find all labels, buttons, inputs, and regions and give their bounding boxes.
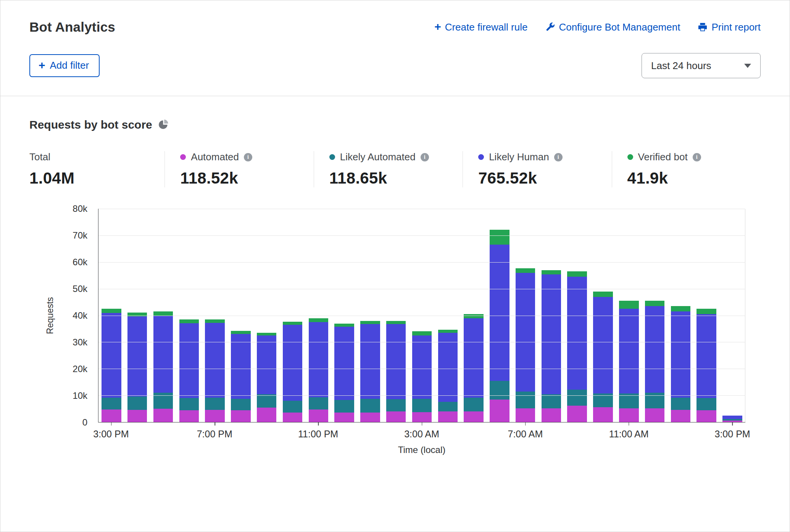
bar[interactable]: [309, 318, 329, 422]
bar-segment-verified-bot: [231, 331, 251, 334]
bar[interactable]: [696, 309, 716, 422]
bar[interactable]: [516, 268, 535, 422]
bar-segment-automated: [179, 410, 199, 422]
bar[interactable]: [412, 331, 432, 422]
bar-segment-likely-human: [283, 325, 303, 401]
bar[interactable]: [645, 301, 665, 422]
bar[interactable]: [334, 323, 354, 422]
bar-segment-likely-human: [593, 297, 613, 394]
configure-bot-management-link[interactable]: Configure Bot Management: [545, 21, 680, 33]
bar-segment-verified-bot: [334, 324, 354, 327]
bar-segment-likely-automated: [542, 394, 561, 408]
bar-segment-likely-human: [542, 274, 561, 394]
info-icon[interactable]: [554, 153, 563, 161]
time-range-select[interactable]: Last 24 hours: [642, 53, 761, 78]
bar[interactable]: [542, 270, 561, 422]
create-firewall-rule-label: Create firewall rule: [445, 21, 528, 33]
bar-segment-likely-automated: [257, 394, 277, 408]
info-icon[interactable]: [421, 153, 429, 161]
wrench-icon: [545, 22, 555, 32]
bar-segment-automated: [671, 410, 691, 422]
bar-segment-automated: [102, 409, 121, 422]
stat-likely-automated-label: Likely Automated: [340, 151, 416, 163]
main-content: Requests by bot score Total 1.04M Automa…: [0, 118, 790, 422]
bar-segment-automated: [619, 408, 639, 422]
bar[interactable]: [205, 319, 225, 422]
x-tick-label: 7:00 PM: [197, 429, 232, 440]
bar-segment-automated: [696, 410, 716, 422]
bar[interactable]: [360, 321, 380, 422]
y-ticks: 010k20k30k40k50k60k70k80k: [29, 209, 93, 422]
gridline: [98, 369, 745, 369]
plot-area: [98, 209, 745, 422]
bar[interactable]: [490, 230, 509, 422]
bar-segment-verified-bot: [671, 306, 691, 311]
gridline: [98, 316, 745, 316]
gridline: [98, 289, 745, 289]
bar-segment-automated: [438, 411, 458, 422]
bar-segment-likely-human: [671, 311, 691, 398]
create-firewall-rule-link[interactable]: + Create firewall rule: [434, 21, 527, 33]
time-range-value: Last 24 hours: [651, 60, 711, 72]
bar[interactable]: [283, 322, 303, 422]
y-tick-label: 70k: [73, 230, 87, 241]
bar-segment-likely-human: [645, 306, 665, 393]
bar[interactable]: [153, 311, 173, 422]
bar-segment-likely-human: [360, 324, 380, 399]
print-report-label: Print report: [711, 21, 761, 33]
bar-segment-automated: [153, 409, 173, 422]
info-icon[interactable]: [244, 153, 252, 161]
bar[interactable]: [438, 330, 458, 422]
x-tick-label: 3:00 PM: [715, 429, 750, 440]
bar-segment-verified-bot: [205, 319, 225, 323]
bar-segment-likely-automated: [283, 401, 303, 413]
x-axis-label: Time (local): [98, 445, 745, 455]
bar-segment-likely-automated: [696, 398, 716, 410]
stat-automated: Automated 118.52k: [164, 151, 313, 187]
y-tick-label: 50k: [73, 284, 87, 294]
stats-row: Total 1.04M Automated 118.52k Likely Aut…: [29, 151, 761, 187]
x-tick-label: 7:00 AM: [508, 429, 543, 440]
y-tick-label: 40k: [73, 310, 87, 321]
bar[interactable]: [619, 301, 639, 422]
bar[interactable]: [722, 416, 742, 422]
requests-by-bot-score-chart: Requests 010k20k30k40k50k60k70k80k 3:00 …: [29, 209, 761, 422]
bar-segment-automated: [567, 406, 587, 422]
bar[interactable]: [593, 292, 613, 422]
configure-bot-management-label: Configure Bot Management: [559, 21, 680, 33]
bar-segment-likely-human: [153, 316, 173, 393]
stat-likely-human-label: Likely Human: [489, 151, 549, 163]
stat-automated-label: Automated: [191, 151, 239, 163]
bar[interactable]: [386, 321, 406, 422]
bar[interactable]: [567, 271, 587, 422]
bar-segment-automated: [334, 413, 354, 422]
stat-dot: [329, 154, 335, 160]
bar-segment-likely-human: [257, 335, 277, 394]
add-filter-button[interactable]: + Add filter: [29, 54, 100, 77]
bar[interactable]: [127, 313, 147, 422]
bar-segment-likely-automated: [309, 397, 329, 409]
bar[interactable]: [179, 319, 199, 422]
bar-segment-likely-human: [722, 416, 742, 419]
bar-segment-likely-human: [102, 313, 121, 398]
bar[interactable]: [231, 331, 251, 422]
print-report-link[interactable]: Print report: [698, 21, 761, 33]
bar-segment-verified-bot: [542, 270, 561, 274]
bar-segment-verified-bot: [386, 321, 406, 324]
bar-segment-automated: [490, 400, 509, 422]
bar[interactable]: [102, 309, 121, 422]
bar[interactable]: [671, 306, 691, 422]
bar-segment-likely-human: [438, 333, 458, 402]
stat-dot: [627, 154, 633, 160]
bar-segment-verified-bot: [102, 309, 121, 313]
bot-analytics-page: Bot Analytics + Create firewall rule Con…: [0, 0, 790, 532]
section-title: Requests by bot score: [29, 118, 152, 131]
bar-segment-automated: [231, 410, 251, 422]
bar-segment-likely-human: [490, 245, 509, 381]
bar-segment-likely-automated: [386, 399, 406, 411]
bar[interactable]: [464, 314, 484, 422]
gridline: [98, 235, 745, 236]
bar-segment-likely-automated: [490, 381, 509, 400]
bar[interactable]: [257, 333, 277, 422]
info-icon[interactable]: [693, 153, 701, 161]
